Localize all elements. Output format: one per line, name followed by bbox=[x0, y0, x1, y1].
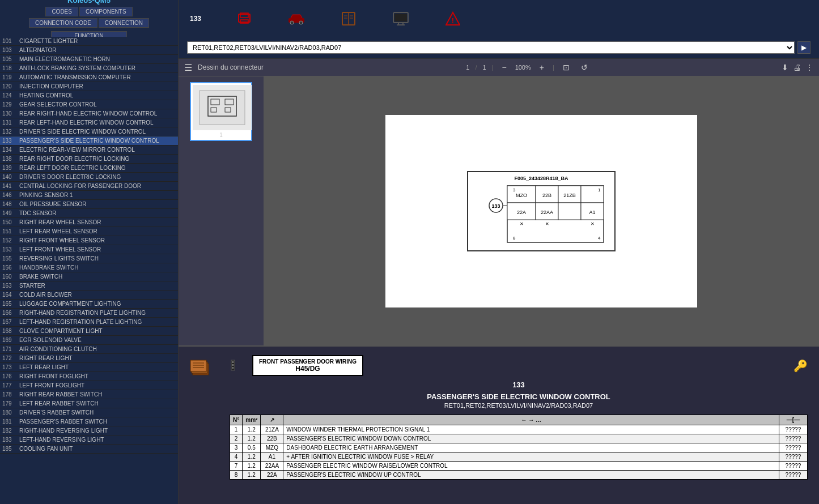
table-row: 8 1.2 22A PASSENGER'S ELECTRIC WINDOW UP… bbox=[230, 471, 808, 480]
sidebar-item-119[interactable]: 119AUTOMATIC TRANSMISSION COMPUTER bbox=[0, 73, 178, 82]
connector-diagram-svg: F005_243428R418_BA MZO 22B 21ZB bbox=[462, 166, 621, 257]
download-icon[interactable]: ⬇ bbox=[782, 63, 788, 72]
sidebar-item-131[interactable]: 131REAR LEFT-HAND ELECTRIC WINDOW CONTRO… bbox=[0, 118, 178, 127]
sidebar-item-101[interactable]: 101CIGARETTE LIGHTER bbox=[0, 37, 178, 46]
svg-text:MZO: MZO bbox=[516, 193, 527, 198]
svg-text:21ZB: 21ZB bbox=[563, 193, 576, 198]
sidebar-item-118[interactable]: 118ANTI-LOCK BRAKING SYSTEM COMPUTER bbox=[0, 64, 178, 73]
sidebar-item-178[interactable]: 178RIGHT REAR RABBET SWITCH bbox=[0, 390, 178, 399]
sidebar-item-163[interactable]: 163STARTER bbox=[0, 281, 178, 291]
sidebar-item-169[interactable]: 169EGR SOLENOID VALVE bbox=[0, 336, 178, 345]
thumbnail-page-num: 1 bbox=[193, 132, 249, 138]
svg-text:22A: 22A bbox=[517, 210, 526, 215]
svg-text:133: 133 bbox=[491, 203, 500, 209]
sidebar-item-149[interactable]: 149TDC SENSOR bbox=[0, 209, 178, 218]
svg-text:!: ! bbox=[452, 16, 454, 25]
sidebar-item-103[interactable]: 103ALTERNATOR bbox=[0, 46, 178, 55]
zoom-out-button[interactable]: − bbox=[499, 62, 509, 73]
sidebar-item-146[interactable]: 146PINKING SENSOR 1 bbox=[0, 191, 178, 200]
sidebar-item-160[interactable]: 160BRAKE SWITCH bbox=[0, 272, 178, 281]
sidebar-item-180[interactable]: 180DRIVER'S RABBET SWITCH bbox=[0, 408, 178, 417]
fit-page-button[interactable]: ⊡ bbox=[560, 62, 572, 73]
top-icon-warning[interactable]: ! bbox=[444, 11, 462, 27]
sidebar-item-138[interactable]: 138REAR RIGHT DOOR ELECTRIC LOCKING bbox=[0, 155, 178, 164]
sidebar-item-120[interactable]: 120INJECTION COMPUTER bbox=[0, 82, 178, 91]
zoom-in-button[interactable]: + bbox=[537, 62, 547, 73]
print-icon bbox=[235, 11, 253, 27]
sidebar-item-139[interactable]: 139REAR LEFT DOOR ELECTRIC LOCKING bbox=[0, 164, 178, 173]
components-button[interactable]: COMPONENTS bbox=[79, 7, 133, 16]
sidebar-item-153[interactable]: 153LEFT FRONT WHEEL SENSOR bbox=[0, 245, 178, 254]
sidebar-item-141[interactable]: 141CENTRAL LOCKING FOR PASSENGER DOOR bbox=[0, 182, 178, 191]
table-row: 3 0.5 MZQ DASHBOARD ELECTRIC EARTH ARRAN… bbox=[230, 443, 808, 452]
viewer-toolbar: ☰ Dessin du connecteur 1 / 1 | − 100% + … bbox=[179, 59, 819, 76]
svg-rect-39 bbox=[558, 203, 581, 220]
sidebar-item-124[interactable]: 124HEATING CONTROL bbox=[0, 91, 178, 100]
more-options-icon[interactable]: ⋮ bbox=[805, 63, 813, 72]
component-subtitle: RET01,RET02,RET03/LVILVI/NINAV2/RAD03,RA… bbox=[230, 402, 808, 409]
col-header-val: —[— bbox=[779, 415, 808, 425]
wiring-table: N° mm² ↗ ← → … —[— 1 1.2 21ZA WINDOW WIN… bbox=[230, 415, 808, 480]
col-header-code: ↗ bbox=[261, 415, 283, 425]
sidebar-item-133[interactable]: 133PASSENGER'S SIDE ELECTRIC WINDOW CONT… bbox=[0, 136, 178, 146]
filter-select[interactable]: RET01,RET02,RET03/LVILVI/NINAV2/RAD03,RA… bbox=[187, 41, 795, 54]
svg-text:8: 8 bbox=[513, 236, 516, 241]
connection-button[interactable]: CONNECTION bbox=[99, 18, 149, 28]
sidebar-item-130[interactable]: 130REAR RIGHT-HAND ELECTRIC WINDOW CONTR… bbox=[0, 109, 178, 118]
page-number-133[interactable]: 133 bbox=[190, 15, 201, 23]
sidebar-item-179[interactable]: 179LEFT REAR RABBET SWITCH bbox=[0, 399, 178, 408]
sidebar-item-168[interactable]: 168GLOVE COMPARTMENT LIGHT bbox=[0, 327, 178, 336]
rotate-button[interactable]: ↺ bbox=[578, 62, 591, 73]
sidebar-item-156[interactable]: 156HANDBRAKE SWITCH bbox=[0, 263, 178, 272]
sidebar-item-171[interactable]: 171AIR CONDITIONING CLUTCH bbox=[0, 345, 178, 354]
sidebar-item-166[interactable]: 166RIGHT-HAND REGISTRATION PLATE LIGHTIN… bbox=[0, 309, 178, 318]
sidebar-item-155[interactable]: 155REVERSING LIGHTS SWITCH bbox=[0, 254, 178, 263]
svg-point-4 bbox=[290, 21, 294, 24]
component-title: PASSENGER'S SIDE ELECTRIC WINDOW CONTROL bbox=[230, 392, 808, 401]
table-row: 2 1.2 22B PASSENGER'S ELECTRIC WINDOW DO… bbox=[230, 434, 808, 443]
print-icon[interactable]: 🖨 bbox=[793, 63, 801, 72]
connection-code-button[interactable]: CONNECTION CODE bbox=[29, 18, 97, 28]
sidebar-item-176[interactable]: 176RIGHT FRONT FOGLIGHT bbox=[0, 372, 178, 381]
sidebar-item-105[interactable]: 105MAIN ELECTROMAGNETIC HORN bbox=[0, 55, 178, 64]
svg-text:✕: ✕ bbox=[545, 221, 549, 227]
sidebar-item-183[interactable]: 183LEFT-HAND REVERSING LIGHT bbox=[0, 435, 178, 445]
sidebar-item-150[interactable]: 150RIGHT REAR WHEEL SENSOR bbox=[0, 218, 178, 227]
sidebar-item-129[interactable]: 129GEAR SELECTOR CONTROL bbox=[0, 100, 178, 109]
wiring-icon bbox=[230, 356, 249, 375]
sidebar-item-167[interactable]: 167LEFT-HAND REGISTRATION PLATE LIGHTING bbox=[0, 318, 178, 327]
page-total: 1 bbox=[482, 64, 486, 71]
app-title: Koleos-QM5 bbox=[67, 0, 111, 5]
sidebar-item-165[interactable]: 165LUGGAGE COMPARTMENT LIGHTING bbox=[0, 300, 178, 309]
top-icon-monitor[interactable] bbox=[392, 11, 410, 27]
codes-button[interactable]: CODES bbox=[45, 7, 78, 16]
top-icon-book[interactable] bbox=[340, 11, 358, 27]
thumbnail-1[interactable]: 1 bbox=[190, 82, 252, 141]
svg-rect-60 bbox=[232, 364, 234, 366]
sidebar-item-173[interactable]: 173LEFT REAR LIGHT bbox=[0, 363, 178, 372]
sidebar-item-182[interactable]: 182RIGHT-HAND REVERSING LIGHT bbox=[0, 426, 178, 435]
sidebar-item-185[interactable]: 185COOLING FAN UNIT bbox=[0, 445, 178, 454]
sidebar-item-132[interactable]: 132DRIVER'S SIDE ELECTRIC WINDOW CONTROL bbox=[0, 127, 178, 136]
top-icon-print[interactable] bbox=[235, 11, 253, 27]
bottom-icons bbox=[190, 355, 213, 480]
sidebar-item-164[interactable]: 164COLD AIR BLOWER bbox=[0, 291, 178, 300]
svg-text:22B: 22B bbox=[542, 193, 551, 198]
sidebar-item-134[interactable]: 134ELECTRIC REAR-VIEW MIRROR CONTROL bbox=[0, 146, 178, 155]
key-icon: 🔑 bbox=[793, 359, 808, 373]
top-icon-car[interactable] bbox=[287, 11, 305, 27]
sidebar-item-181[interactable]: 181PASSENGER'S RABBET SWITCH bbox=[0, 417, 178, 426]
sidebar-item-140[interactable]: 140DRIVER'S DOOR ELECTRIC LOCKING bbox=[0, 173, 178, 182]
sidebar-item-172[interactable]: 172RIGHT REAR LIGHT bbox=[0, 354, 178, 363]
sidebar-item-151[interactable]: 151LEFT REAR WHEEL SENSOR bbox=[0, 227, 178, 236]
sidebar-item-152[interactable]: 152RIGHT FRONT WHEEL SENSOR bbox=[0, 236, 178, 245]
menu-icon[interactable]: ☰ bbox=[184, 62, 192, 73]
svg-rect-19 bbox=[200, 91, 245, 125]
svg-text:22AA: 22AA bbox=[541, 210, 553, 215]
filter-apply-button[interactable]: ▶ bbox=[797, 41, 810, 54]
col-header-desc: ← → … bbox=[283, 415, 779, 425]
svg-rect-54 bbox=[190, 360, 206, 371]
sidebar-item-177[interactable]: 177LEFT FRONT FOGLIGHT bbox=[0, 381, 178, 390]
sidebar-item-148[interactable]: 148OIL PRESSURE SENSOR bbox=[0, 200, 178, 209]
filter-bar: RET01,RET02,RET03/LVILVI/NINAV2/RAD03,RA… bbox=[179, 37, 819, 59]
